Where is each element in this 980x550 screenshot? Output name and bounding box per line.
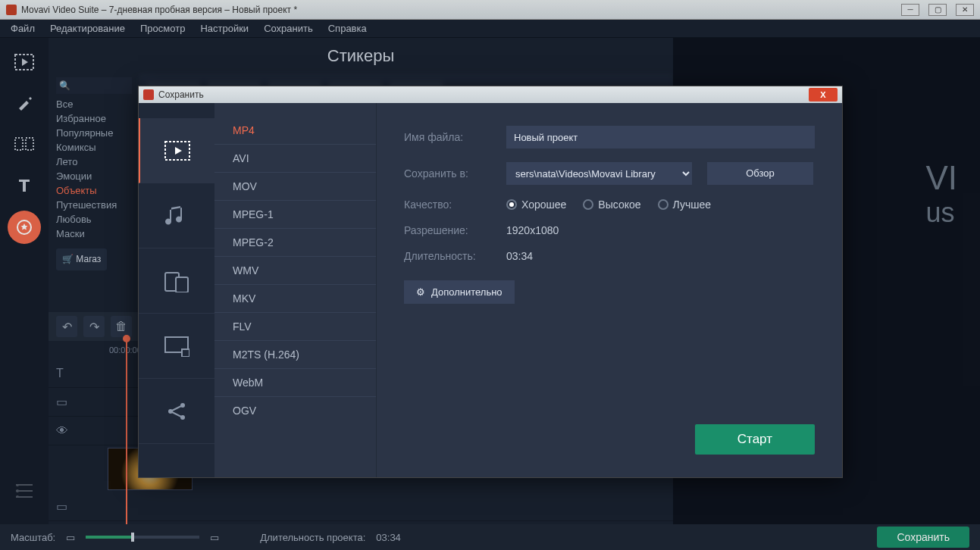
duration-label: Длительность: xyxy=(404,250,491,262)
tab-devices[interactable] xyxy=(139,248,214,314)
gear-icon: ⚙ xyxy=(416,286,425,298)
export-type-tabs xyxy=(139,103,214,477)
resolution-value: 1920x1080 xyxy=(506,224,559,236)
filename-input[interactable] xyxy=(506,126,815,148)
export-dialog: Сохранить X MP4 AVI MOV MP xyxy=(138,86,843,478)
dialog-title: Сохранить xyxy=(158,89,204,100)
svg-rect-9 xyxy=(176,277,188,292)
tab-audio[interactable] xyxy=(139,183,214,248)
filename-label: Имя файла: xyxy=(404,131,491,143)
advanced-button[interactable]: ⚙ Дополнительно xyxy=(404,280,515,304)
tab-video[interactable] xyxy=(139,118,214,183)
format-m2ts[interactable]: M2TS (H.264) xyxy=(214,341,376,369)
savein-label: Сохранить в: xyxy=(404,167,491,180)
duration-value-dialog: 03:34 xyxy=(506,250,533,262)
browse-button[interactable]: Обзор xyxy=(707,162,813,185)
svg-rect-11 xyxy=(182,349,189,357)
quality-label: Качество: xyxy=(404,198,491,211)
format-webm[interactable]: WebM xyxy=(214,369,376,397)
format-mpeg1[interactable]: MPEG-1 xyxy=(214,201,376,229)
format-flv[interactable]: FLV xyxy=(214,313,376,341)
savein-select[interactable]: sers\nata\Videos\Movavi Library xyxy=(506,162,692,185)
tab-share[interactable] xyxy=(139,379,214,444)
format-list: MP4 AVI MOV MPEG-1 MPEG-2 WMV MKV FLV M2… xyxy=(214,103,377,477)
tab-tv[interactable] xyxy=(139,314,214,379)
start-export-button[interactable]: Старт xyxy=(695,424,815,455)
quality-high[interactable]: Высокое xyxy=(583,198,640,211)
format-ogv[interactable]: OGV xyxy=(214,397,376,424)
format-wmv[interactable]: WMV xyxy=(214,257,376,285)
dialog-close-button[interactable]: X xyxy=(809,88,838,102)
resolution-label: Разрешение: xyxy=(404,224,491,236)
format-mkv[interactable]: MKV xyxy=(214,285,376,313)
quality-best[interactable]: Лучшее xyxy=(658,198,711,211)
quality-good[interactable]: Хорошее xyxy=(506,198,566,211)
format-mov[interactable]: MOV xyxy=(214,173,376,201)
format-mp4[interactable]: MP4 xyxy=(214,117,376,145)
format-mpeg2[interactable]: MPEG-2 xyxy=(214,229,376,257)
dialog-titlebar[interactable]: Сохранить X xyxy=(139,86,842,103)
dialog-app-icon xyxy=(143,89,154,100)
format-avi[interactable]: AVI xyxy=(214,145,376,173)
export-form: Имя файла: Сохранить в: sers\nata\Videos… xyxy=(377,103,842,477)
